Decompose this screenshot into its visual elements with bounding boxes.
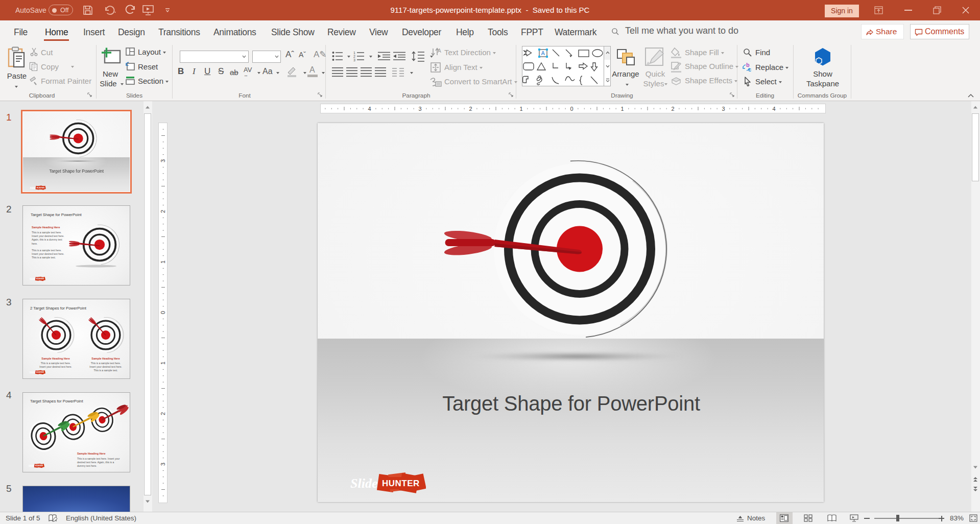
svg-text:Slide: Slide	[30, 186, 36, 189]
svg-text:1: 1	[160, 362, 166, 365]
svg-text:HUNTER: HUNTER	[35, 465, 43, 467]
svg-text:HUNTER: HUNTER	[36, 371, 44, 373]
svg-text:Slide: Slide	[350, 476, 377, 491]
svg-text:3: 3	[353, 58, 355, 61]
svg-text:HUNTER: HUNTER	[382, 479, 420, 488]
svg-text:2: 2	[160, 210, 166, 213]
svg-text:2: 2	[160, 412, 166, 415]
svg-text:Slide: Slide	[30, 371, 36, 374]
svg-text:A: A	[438, 48, 441, 54]
svg-text:4: 4	[772, 106, 775, 112]
svg-text:3: 3	[418, 106, 421, 112]
svg-text:HUNTER: HUNTER	[37, 187, 45, 189]
svg-text:2: 2	[469, 106, 472, 112]
svg-text:4: 4	[368, 106, 371, 112]
svg-text:A: A	[541, 50, 545, 56]
svg-text:0: 0	[570, 106, 573, 112]
svg-text:1: 1	[160, 260, 166, 264]
svg-text:2: 2	[671, 106, 674, 112]
svg-text:3: 3	[160, 463, 166, 466]
svg-text:HUNTER: HUNTER	[36, 278, 44, 280]
svg-text:1: 1	[519, 106, 522, 112]
svg-text:0: 0	[160, 311, 166, 314]
svg-text:3: 3	[160, 159, 166, 162]
svg-text:1: 1	[353, 51, 355, 55]
svg-text:3: 3	[722, 106, 725, 112]
svg-text:1: 1	[620, 106, 624, 112]
svg-text:2: 2	[353, 55, 355, 58]
svg-text:Slide: Slide	[29, 464, 35, 467]
svg-text:Slide: Slide	[30, 277, 36, 280]
